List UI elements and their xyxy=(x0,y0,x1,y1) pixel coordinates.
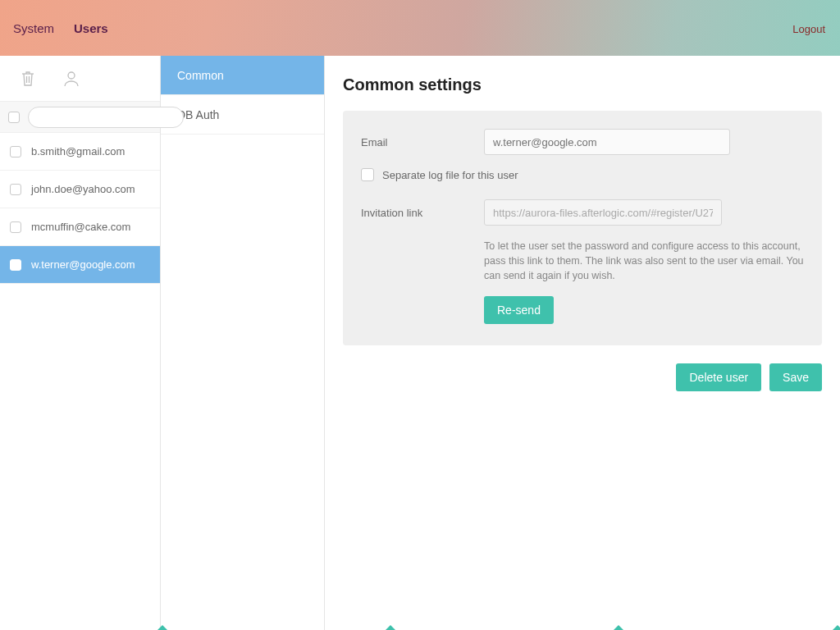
delete-user-button[interactable]: Delete user xyxy=(676,363,761,391)
invitation-help-text: To let the user set the password and con… xyxy=(484,239,812,283)
invitation-block: To let the user set the password and con… xyxy=(484,239,804,324)
app-header: System Users Logout xyxy=(0,0,840,56)
user-row[interactable]: mcmuffin@cake.com xyxy=(0,208,160,246)
save-button[interactable]: Save xyxy=(769,363,822,391)
search-wrap xyxy=(28,107,184,128)
content-column: Common settings Email Separate log file … xyxy=(325,56,840,630)
invitation-link-field[interactable] xyxy=(484,199,722,226)
user-checkbox[interactable] xyxy=(10,259,21,271)
user-row[interactable]: john.doe@yahoo.com xyxy=(0,171,160,208)
invitation-row: Invitation link xyxy=(361,199,804,226)
user-row[interactable]: b.smith@gmail.com xyxy=(0,133,160,171)
trash-icon[interactable] xyxy=(20,70,36,88)
tab-db-auth[interactable]: DB Auth xyxy=(161,95,324,135)
nav-users[interactable]: Users xyxy=(74,21,108,35)
select-all-checkbox[interactable] xyxy=(8,112,20,123)
separate-log-checkbox[interactable] xyxy=(361,168,374,181)
settings-panel: Email Separate log file for this user In… xyxy=(343,111,822,345)
tab-common[interactable]: Common xyxy=(161,56,324,95)
user-checkbox[interactable] xyxy=(10,146,21,158)
add-user-icon[interactable] xyxy=(62,70,80,88)
users-search-row xyxy=(0,102,160,133)
footer-actions: Delete user Save xyxy=(343,363,822,391)
user-checkbox[interactable] xyxy=(10,221,21,233)
separate-log-row[interactable]: Separate log file for this user xyxy=(361,168,804,181)
user-email: b.smith@gmail.com xyxy=(31,145,125,158)
user-checkbox[interactable] xyxy=(10,184,21,195)
email-field[interactable] xyxy=(484,129,730,155)
users-column: b.smith@gmail.com john.doe@yahoo.com mcm… xyxy=(0,56,161,630)
search-input[interactable] xyxy=(28,107,184,128)
user-email: mcmuffin@cake.com xyxy=(31,221,130,233)
invitation-label: Invitation link xyxy=(361,207,484,219)
top-nav: System Users xyxy=(13,21,108,35)
email-row: Email xyxy=(361,129,804,155)
user-email: john.doe@yahoo.com xyxy=(31,183,135,195)
main-area: b.smith@gmail.com john.doe@yahoo.com mcm… xyxy=(0,56,840,630)
email-label: Email xyxy=(361,136,484,148)
nav-system[interactable]: System xyxy=(13,21,54,35)
users-toolbar xyxy=(0,56,160,102)
logout-link[interactable]: Logout xyxy=(792,23,825,35)
page-title: Common settings xyxy=(343,75,822,94)
user-row[interactable]: w.terner@google.com xyxy=(0,246,160,284)
separate-log-label: Separate log file for this user xyxy=(382,169,518,181)
user-tabs-column: Common DB Auth xyxy=(161,56,325,630)
resend-button[interactable]: Re-send xyxy=(484,296,554,324)
svg-point-0 xyxy=(68,72,75,79)
user-email: w.terner@google.com xyxy=(31,258,135,271)
